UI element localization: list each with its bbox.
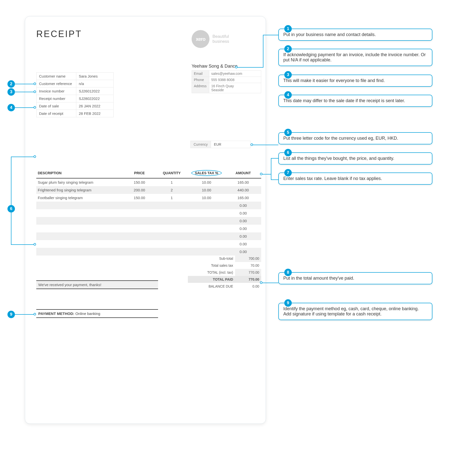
item-amount: 440.00 <box>225 186 261 194</box>
currency-row: Currency EUR <box>190 141 251 148</box>
line-item-row: 0.00 <box>36 217 261 225</box>
item-price: 150.00 <box>123 194 156 202</box>
customer-row: Date of sale26 JAN 2022 <box>37 102 114 110</box>
line-item-row: 0.00 <box>36 209 261 217</box>
total-incl-value: 770.00 <box>235 269 261 276</box>
customer-row: Invoice numberSJ26012022 <box>37 87 114 95</box>
currency-label: Currency <box>190 141 211 148</box>
item-description <box>36 217 123 225</box>
taxtotal-value: 70.00 <box>235 262 261 269</box>
callout-badge-7: 7 <box>284 169 292 176</box>
item-quantity: 1 <box>156 178 188 186</box>
item-tax <box>188 240 225 248</box>
line-item-row: 0.00 <box>36 248 261 256</box>
brand-logo-icon: xero <box>192 30 209 48</box>
customer-row: Customer nameSara Jones <box>37 73 114 80</box>
item-description: Frightened frog singing telegram <box>36 186 123 194</box>
connector <box>263 35 278 35</box>
item-tax <box>188 225 225 232</box>
item-price <box>123 232 156 240</box>
connector <box>252 145 278 145</box>
connector <box>15 314 34 315</box>
company-name: Yeehaw Song & Dance <box>192 64 261 69</box>
callout-text-9: Identify the payment method eg, cash, ca… <box>283 306 419 316</box>
connector <box>15 92 34 92</box>
item-price <box>123 240 156 248</box>
total-paid-label: TOTAL PAID <box>188 276 235 283</box>
callout-badge-3: 3 <box>284 71 292 79</box>
callout-text-7: Enter sales tax rate. Leave blank if no … <box>283 176 382 181</box>
totals-table: Sub-total700.00 Total sales tax70.00 TOT… <box>188 255 261 290</box>
subtotal-value: 700.00 <box>235 255 261 262</box>
callout-badge-8: 8 <box>284 269 292 276</box>
customer-row-label: Invoice number <box>37 87 76 95</box>
item-price <box>123 256 156 263</box>
connector <box>11 244 34 245</box>
customer-row-label: Customer reference <box>37 80 76 87</box>
thank-you-message: We've received your payment, thanks! <box>36 280 158 289</box>
item-quantity <box>156 209 188 217</box>
item-price <box>123 217 156 225</box>
callout-text-4: This date may differ to the sale date if… <box>283 98 405 103</box>
callout-badge-1: 1 <box>284 25 292 33</box>
item-price: 200.00 <box>123 186 156 194</box>
marker-4-left: 4 <box>7 104 15 111</box>
item-description: Sugar plum fairy singing telegram <box>36 178 123 186</box>
connector <box>263 35 263 67</box>
callout-text-3: This will make it easier for everyone to… <box>283 78 385 83</box>
item-amount: 165.00 <box>225 194 261 202</box>
connector-dot <box>34 106 36 109</box>
customer-row-value: n/a <box>76 80 114 87</box>
payment-method-box: PAYMENT METHOD: Online banking <box>36 309 158 318</box>
connector <box>261 283 278 283</box>
customer-row-value: SJ26012022 <box>76 87 114 95</box>
callout-2: 2 If acknowledging payment for an invoic… <box>278 49 432 66</box>
balance-due-value: 0.00 <box>235 283 261 290</box>
item-quantity <box>156 232 188 240</box>
callout-7: 7 Enter sales tax rate. Leave blank if n… <box>278 173 432 185</box>
company-phone: 555 9388 8008 <box>209 77 261 83</box>
company-email-label: Email <box>192 71 209 77</box>
item-tax <box>188 202 225 209</box>
total-paid-value: 770.00 <box>235 276 261 283</box>
line-item-row: 0.00 <box>36 240 261 248</box>
item-quantity <box>156 225 188 232</box>
item-amount: 0.00 <box>225 232 261 240</box>
customer-row-value: 26 JAN 2022 <box>76 102 114 110</box>
callout-6: 6 List all the things they've bought, th… <box>278 152 432 165</box>
connector <box>15 107 34 108</box>
customer-row-value: 28 FEB 2022 <box>76 110 114 117</box>
connector-dot <box>260 281 262 284</box>
callout-badge-9: 9 <box>284 299 292 307</box>
connector-dot <box>34 313 36 315</box>
total-incl-label: TOTAL (incl. tax) <box>188 269 235 276</box>
callout-5: 5 Put three letter code for the currency… <box>278 132 432 144</box>
item-price <box>123 209 156 217</box>
customer-row: Receipt numberSJ28022022 <box>37 95 114 102</box>
marker-2-left: 2 <box>7 80 15 88</box>
item-tax: 10.00 <box>188 186 225 194</box>
connector-dot <box>34 155 36 158</box>
connector <box>15 84 34 84</box>
company-details-table: Emailsales@yeehaw.com Phone555 9388 8008… <box>192 70 261 93</box>
line-item-row: Footballer singing telegram150.00110.001… <box>36 194 261 202</box>
taxtotal-label: Total sales tax <box>188 262 235 269</box>
subtotal-label: Sub-total <box>188 255 235 262</box>
item-amount: 0.00 <box>225 225 261 232</box>
line-item-row: Frightened frog singing telegram200.0021… <box>36 186 261 194</box>
marker-6-left: 6 <box>7 205 15 213</box>
item-amount: 0.00 <box>225 202 261 209</box>
connector-dot <box>34 83 36 85</box>
customer-details-table: Customer nameSara JonesCustomer referenc… <box>36 72 114 117</box>
marker-9-left: 9 <box>7 311 15 318</box>
item-description <box>36 248 123 256</box>
item-quantity <box>156 202 188 209</box>
connector-dot <box>260 173 262 175</box>
col-sales-tax: SALES TAX % <box>188 168 225 178</box>
item-amount: 0.00 <box>225 240 261 248</box>
payment-method-label: PAYMENT METHOD: <box>38 311 74 316</box>
item-description <box>36 209 123 217</box>
item-quantity: 1 <box>156 194 188 202</box>
connector-dot <box>34 90 36 93</box>
customer-row-value: Sara Jones <box>76 73 114 80</box>
